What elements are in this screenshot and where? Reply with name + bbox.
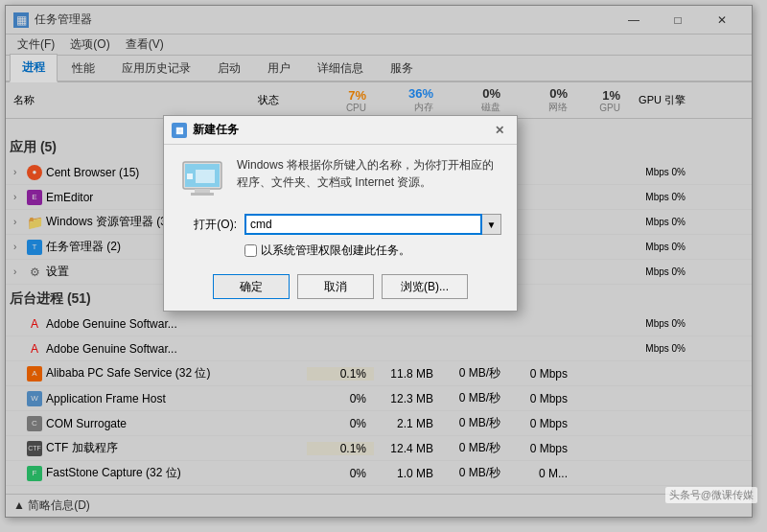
svg-rect-3: [191, 193, 214, 196]
dialog-dropdown-button[interactable]: ▼: [482, 214, 501, 235]
dialog-title-text: 新建任务: [193, 122, 239, 138]
dialog-icon: ▦: [172, 123, 187, 138]
admin-checkbox[interactable]: [244, 244, 257, 257]
dialog-title-bar: ▦ 新建任务 ✕: [164, 116, 517, 145]
dialog-open-label: 打开(O):: [179, 217, 237, 233]
dialog-close-button[interactable]: ✕: [490, 121, 509, 140]
dialog-body: Windows 将根据你所键入的名称，为你打开相应的程序、文件夹、文档或 Int…: [164, 145, 517, 311]
svg-rect-5: [196, 170, 215, 183]
browse-button[interactable]: 浏览(B)...: [382, 274, 468, 299]
dialog-checkbox-row: 以系统管理权限创建此任务。: [179, 243, 501, 259]
dialog-command-input[interactable]: [244, 214, 482, 235]
dialog-description: Windows 将根据你所键入的名称，为你打开相应的程序、文件夹、文档或 Int…: [237, 156, 501, 191]
ok-button[interactable]: 确定: [213, 274, 290, 299]
new-task-dialog: ▦ 新建任务 ✕ Windows 将根据你所键入的名称，为你: [163, 115, 518, 312]
cancel-button[interactable]: 取消: [297, 274, 374, 299]
svg-rect-2: [195, 189, 210, 193]
dialog-computer-icon: [179, 156, 225, 202]
dialog-top-section: Windows 将根据你所键入的名称，为你打开相应的程序、文件夹、文档或 Int…: [179, 156, 501, 202]
watermark: 头条号@微课传媒: [665, 487, 757, 503]
dialog-open-row: 打开(O): ▼: [179, 214, 501, 235]
svg-rect-4: [187, 173, 193, 179]
admin-checkbox-label: 以系统管理权限创建此任务。: [261, 243, 410, 259]
dialog-buttons: 确定 取消 浏览(B)...: [179, 270, 501, 299]
dialog-overlay: ▦ 新建任务 ✕ Windows 将根据你所键入的名称，为你: [0, 0, 767, 532]
